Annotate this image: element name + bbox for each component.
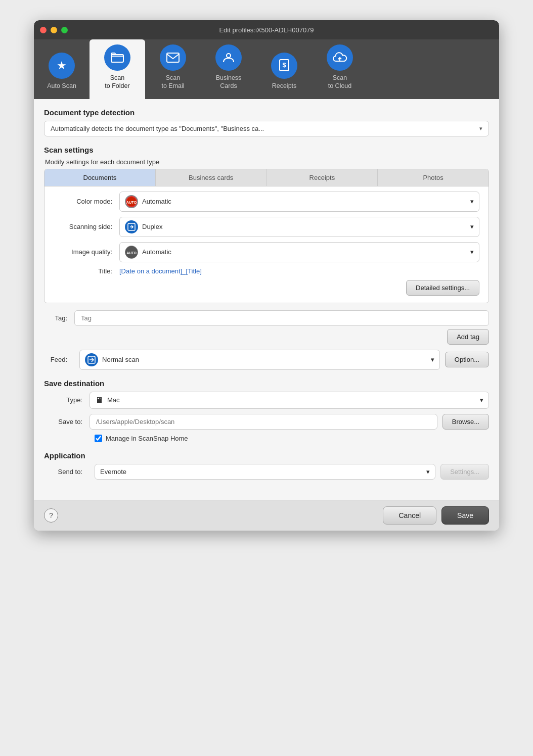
email-icon (160, 44, 186, 71)
doc-tab-receipts[interactable]: Receipts (267, 169, 378, 186)
document-type-value: Automatically detects the document type … (51, 125, 264, 132)
folder-icon (104, 44, 130, 71)
duplex-icon (125, 220, 138, 233)
send-to-row: Send to: Evernote ▾ Settings... (44, 464, 489, 480)
mac-icon: 🖥 (95, 396, 103, 405)
doc-tab-photos[interactable]: Photos (378, 169, 488, 186)
document-type-dropdown[interactable]: Automatically detects the document type … (44, 121, 489, 136)
title-value: [Date on a document]_[Title] (119, 267, 202, 275)
cloud-icon (327, 44, 353, 71)
title-row: Title: [Date on a document]_[Title] (54, 267, 479, 275)
chevron-down-icon: ▾ (431, 356, 434, 363)
image-quality-inner: AUTO Automatic (125, 246, 171, 259)
svg-text:AUTO: AUTO (126, 200, 137, 204)
svg-text:$: $ (282, 61, 286, 69)
type-dropdown[interactable]: 🖥 Mac ▾ (90, 392, 489, 409)
scan-settings-box: Documents Business cards Receipts Photos… (44, 169, 489, 303)
color-mode-label: Color mode: (54, 198, 119, 205)
scanning-side-dropdown[interactable]: Duplex ▾ (119, 217, 479, 237)
chevron-down-icon: ▾ (470, 198, 474, 205)
cancel-button[interactable]: Cancel (383, 506, 436, 525)
doc-tab-business-cards[interactable]: Business cards (156, 169, 267, 186)
profile-tabs: ★ Auto Scan Scanto Folder Scanto (34, 39, 499, 99)
document-type-section-title: Document type detection (44, 108, 489, 117)
save-to-row: Save to: Browse... (44, 414, 489, 430)
type-value: Mac (107, 396, 120, 404)
send-to-label: Send to: (44, 468, 90, 476)
doc-type-tabs: Documents Business cards Receipts Photos (45, 169, 488, 186)
tab-scan-to-email-label: Scanto Email (161, 74, 184, 90)
type-row: Type: 🖥 Mac ▾ (44, 392, 489, 409)
add-tag-row: Add tag (44, 329, 489, 345)
feed-label: Feed: (44, 356, 74, 363)
close-button[interactable] (40, 27, 47, 33)
tab-scan-to-cloud-label: Scanto Cloud (328, 74, 352, 90)
manage-checkbox-label[interactable]: Manage in ScanSnap Home (106, 435, 188, 442)
save-destination-section-title: Save destination (44, 379, 489, 388)
doc-tab-documents[interactable]: Documents (45, 169, 156, 186)
tag-row: Tag: (44, 310, 489, 326)
tag-label: Tag: (44, 314, 74, 322)
feed-icon (85, 353, 98, 366)
tag-input[interactable] (74, 310, 489, 326)
manage-checkbox-row: Manage in ScanSnap Home (95, 435, 489, 442)
tab-auto-scan-label: Auto Scan (47, 82, 76, 90)
send-to-dropdown[interactable]: Evernote ▾ (95, 464, 435, 480)
feed-option-button[interactable]: Option... (445, 352, 489, 367)
window-controls (40, 27, 68, 33)
tab-receipts-label: Receipts (272, 82, 297, 90)
tab-scan-to-cloud[interactable]: Scanto Cloud (312, 39, 368, 99)
scanning-side-inner: Duplex (125, 220, 162, 233)
scanning-side-label: Scanning side: (54, 223, 119, 230)
type-dropdown-inner: 🖥 Mac (95, 396, 120, 405)
save-to-input[interactable] (90, 414, 437, 430)
image-quality-row: Image quality: AUTO Automatic ▾ (54, 242, 479, 262)
maximize-button[interactable] (61, 27, 68, 33)
help-button[interactable]: ? (44, 508, 58, 523)
image-quality-value: Automatic (142, 248, 171, 256)
svg-point-2 (227, 54, 231, 58)
add-tag-button[interactable]: Add tag (447, 329, 489, 345)
chevron-down-icon: ▾ (470, 248, 474, 256)
scan-settings-subtitle: Modify settings for each document type (45, 158, 489, 166)
feed-dropdown[interactable]: Normal scan ▾ (79, 350, 440, 370)
titlebar: Edit profiles:iX500-ADLH007079 (34, 20, 499, 39)
image-quality-dropdown[interactable]: AUTO Automatic ▾ (119, 242, 479, 262)
chevron-down-icon: ▾ (479, 125, 482, 132)
tab-business-cards-label: BusinessCards (216, 74, 242, 90)
tab-scan-to-folder[interactable]: Scanto Folder (90, 39, 145, 99)
color-mode-inner: AUTO Automatic (125, 195, 171, 208)
card-icon (215, 44, 242, 71)
svg-rect-1 (167, 53, 179, 62)
color-mode-row: Color mode: AUTO Automatic ▾ (54, 192, 479, 212)
image-quality-label: Image quality: (54, 248, 119, 256)
svg-text:AUTO: AUTO (126, 251, 137, 255)
content-area: Document type detection Automatically de… (34, 99, 499, 500)
type-label: Type: (44, 396, 90, 404)
tab-receipts[interactable]: $ Receipts (256, 39, 312, 99)
settings-button: Settings... (440, 464, 489, 480)
browse-button[interactable]: Browse... (442, 414, 489, 430)
manage-checkbox[interactable] (95, 435, 102, 442)
document-type-row: Automatically detects the document type … (44, 121, 489, 136)
feed-dropdown-inner: Normal scan (85, 353, 139, 366)
tab-scan-to-email[interactable]: Scanto Email (145, 39, 201, 99)
application-section-title: Application (44, 451, 489, 460)
scanning-side-row: Scanning side: Duplex ▾ (54, 217, 479, 237)
tab-business-cards[interactable]: BusinessCards (201, 39, 256, 99)
minimize-button[interactable] (51, 27, 57, 33)
tab-auto-scan[interactable]: ★ Auto Scan (34, 39, 90, 99)
image-quality-icon: AUTO (125, 246, 138, 259)
detailed-btn-row: Detailed settings... (54, 280, 479, 296)
color-mode-icon: AUTO (125, 195, 138, 208)
chevron-down-icon: ▾ (426, 468, 430, 476)
chevron-down-icon: ▾ (470, 223, 474, 230)
title-field-label: Title: (54, 267, 119, 275)
scanning-side-value: Duplex (142, 223, 162, 230)
detailed-settings-button[interactable]: Detailed settings... (406, 280, 479, 296)
save-to-label: Save to: (44, 418, 90, 426)
color-mode-dropdown[interactable]: AUTO Automatic ▾ (119, 192, 479, 212)
bottom-bar: ? Cancel Save (34, 500, 499, 531)
save-button[interactable]: Save (441, 506, 489, 525)
settings-inner: Color mode: AUTO Automatic ▾ (45, 186, 488, 303)
